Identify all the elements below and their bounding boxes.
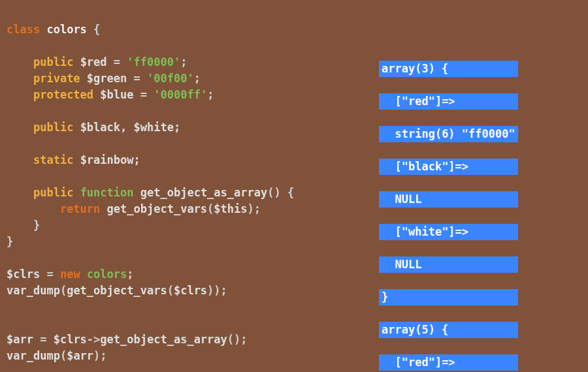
output-line: ["red"]=> [379,93,518,110]
class-name: colors [46,23,86,36]
output-line: ["red"]=> [379,354,518,371]
keyword-public: public [33,186,73,199]
keyword-public: public [33,121,73,134]
keyword-class: class [7,23,40,36]
keyword-private: private [33,72,80,85]
function-name: get_object_as_array [140,186,267,199]
code-line: $clrs = new colors; [7,268,134,281]
code-line: $arr = $clrs->get_object_as_array(); [7,333,248,346]
keyword-function: function [80,186,134,199]
code-line: class colors { [7,23,100,36]
keyword-static: static [33,153,73,166]
keyword-public: public [33,55,73,69]
code-line: } [7,219,40,232]
string-literal: '0000ff' [154,88,207,101]
string-literal: 'ff0000' [127,55,180,69]
code-line: var_dump(get_object_vars($clrs)); [7,284,227,297]
code-line: public function get_object_as_array() { [7,186,294,199]
output-line: } [379,289,518,305]
keyword-new: new [60,268,80,281]
code-line: return get_object_vars($this); [7,202,261,215]
keyword-return: return [60,202,100,215]
output-line: ["black"]=> [379,159,518,175]
output-panel[interactable]: array(3) { ["red"]=> string(6) "ff0000" … [379,44,518,372]
code-editor[interactable]: class colors { public $red = 'ff0000'; p… [7,5,294,364]
code-line: public $black, $white; [7,121,180,134]
output-line: NULL [379,191,518,208]
code-line: protected $blue = '0000ff'; [7,88,214,101]
output-line: NULL [379,256,518,273]
code-line: public $red = 'ff0000'; [7,55,187,69]
keyword-protected: protected [33,88,93,101]
output-line: array(5) { [379,322,518,338]
code-line: var_dump($arr); [7,349,107,362]
code-line: private $green = '00f00'; [7,72,201,85]
output-line: ["white"]=> [379,224,518,240]
output-line: array(3) { [379,61,518,77]
output-line: string(6) "ff0000" [379,126,518,142]
code-line: } [7,235,13,248]
code-line: static $rainbow; [7,153,140,166]
string-literal: '00f00' [147,72,194,85]
